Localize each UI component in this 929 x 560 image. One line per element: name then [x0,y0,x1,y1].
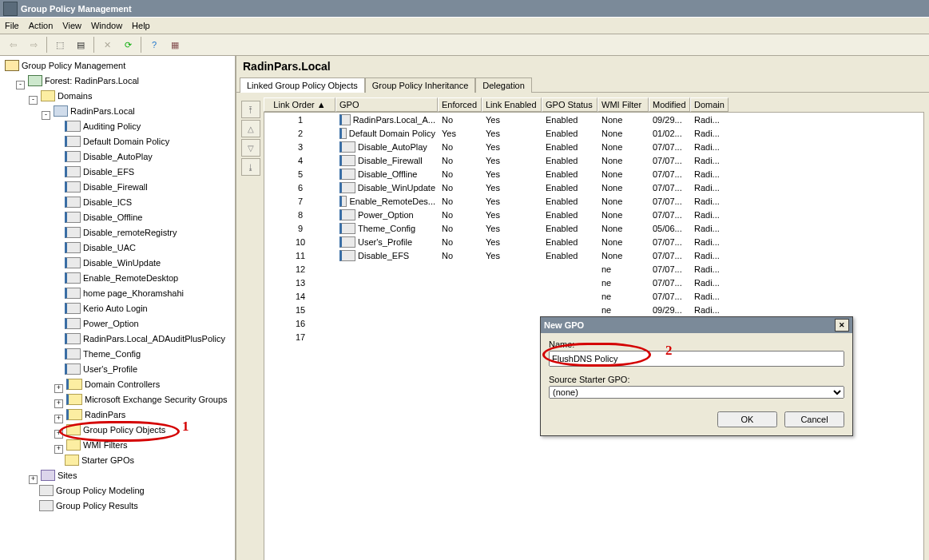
table-row[interactable]: 14ne07/07...Radi... [264,289,923,303]
move-bottom-button[interactable]: ⭳ [241,158,260,176]
tree-gpo-link[interactable]: Disable_WinUpdate [63,256,162,269]
col-domain[interactable]: Domain [690,97,729,112]
refresh-button[interactable]: ⟳ [118,35,137,54]
name-input[interactable] [549,351,844,367]
tab-linked-gpo[interactable]: Linked Group Policy Objects [240,77,365,93]
toggle-ou-exch[interactable]: + [54,399,63,408]
table-row[interactable]: 7Enable_RemoteDes...NoYesEnabledNone07/0… [264,194,923,208]
help-button[interactable]: ? [145,35,164,54]
tree-gpo-link[interactable]: Enable_RemoteDesktop [63,272,180,284]
annotation-2: 2 [665,343,673,359]
tree-gpo-link[interactable]: Power_Option [63,317,141,330]
tree-gpo-link[interactable]: Disable_EFS [63,165,136,178]
move-up-button[interactable]: △ [241,120,260,137]
table-row[interactable]: 1RadinPars.Local_A...NoYesEnabledNone09/… [264,113,923,126]
tree-ou-radinpars[interactable]: RadinPars [65,408,127,421]
table-row[interactable]: 9Theme_ConfigNoYesEnabledNone05/06...Rad… [264,221,923,235]
tab-inheritance[interactable]: Group Policy Inheritance [365,77,475,93]
menu-view[interactable]: View [62,21,81,30]
tree-gpo-link[interactable]: Auditing Policy [63,120,142,133]
tree-starter-gpos[interactable]: Starter GPOs [63,454,136,467]
table-row[interactable]: 4Disable_FirewallNoYesEnabledNone07/07..… [264,153,923,167]
gpo-link-icon [339,250,355,261]
starter-gpo-select[interactable]: (none) [549,386,844,399]
table-row[interactable]: 6Disable_WinUpdateNoYesEnabledNone07/07.… [264,181,923,194]
move-down-button[interactable]: ▽ [241,139,260,157]
table-row[interactable]: 5Disable_OfflineNoYesEnabledNone07/07...… [264,167,923,181]
console-tree[interactable]: Group Policy Management -Forest: RadinPa… [0,56,236,560]
table-row[interactable]: 10User's_ProfileNoYesEnabledNone07/07...… [264,235,923,248]
tree-ou-exchange-security-groups[interactable]: Microsoft Exchange Security Groups [65,393,229,406]
table-row[interactable]: 3Disable_AutoPlayNoYesEnabledNone07/07..… [264,140,923,153]
menu-bar: File Action View Window Help [0,17,929,34]
menu-action[interactable]: Action [29,21,54,30]
tree-gp-results[interactable]: Group Policy Results [38,499,140,512]
tree-gpo-link[interactable]: Theme_Config [63,348,142,360]
tree-gpo-link[interactable]: home page_Khoramshahi [63,287,185,300]
gpo-link-icon [339,196,347,207]
annotation-1: 1 [182,420,189,433]
toggle-wmi[interactable]: + [54,445,63,454]
tree-group-policy-objects[interactable]: Group Policy Objects [65,423,167,436]
toggle-domain[interactable]: - [42,111,50,120]
col-gpo-status[interactable]: GPO Status [542,97,597,112]
forward-button[interactable]: ⇨ [24,35,43,54]
name-label: Name: [549,340,844,349]
col-modified[interactable]: Modified [649,97,690,112]
tree-ou-domain-controllers[interactable]: Domain Controllers [65,378,161,391]
sort-asc-icon: ▲ [317,100,326,109]
tab-delegation[interactable]: Delegation [475,77,532,93]
col-enforced[interactable]: Enforced [438,97,482,112]
table-row[interactable]: 8Power_OptionNoYesEnabledNone07/07...Rad… [264,208,923,221]
dialog-titlebar[interactable]: New GPO ✕ [541,317,852,333]
tree-domain[interactable]: RadinPars.Local [52,105,137,117]
tree-gpo-link[interactable]: Kerio Auto Login [63,302,149,315]
table-row[interactable]: 15ne09/29...Radi... [264,303,923,316]
tree-gpo-link[interactable]: User's_Profile [63,363,139,375]
delete-button[interactable]: ✕ [97,35,117,54]
col-link-order[interactable]: Link Order ▲ [264,97,335,112]
table-row[interactable]: 11Disable_EFSNoYesEnabledNone07/07...Rad… [264,248,923,262]
tree-gpo-link[interactable]: Disable_remoteRegistry [63,226,178,239]
show-hide-button[interactable]: ▤ [71,35,90,54]
menu-window[interactable]: Window [91,21,122,30]
dialog-title: New GPO [544,320,584,330]
toggle-domains[interactable]: - [29,96,38,105]
col-wmi-filter[interactable]: WMI Filter [597,97,649,112]
cancel-button[interactable]: Cancel [784,411,844,427]
tree-gpo-link[interactable]: Disable_AutoPlay [63,150,154,163]
tree-gp-modeling[interactable]: Group Policy Modeling [38,484,146,497]
tree-wmi-filters[interactable]: WMI Filters [65,439,129,451]
tree-root[interactable]: Group Policy Management [3,59,127,72]
tree-forest[interactable]: Forest: RadinPars.Local [26,74,141,87]
menu-help[interactable]: Help [132,21,150,30]
tree-gpo-link[interactable]: Disable_ICS [63,196,133,209]
table-row[interactable]: 13ne07/07...Radi... [264,276,923,289]
up-button[interactable]: ⬚ [50,35,69,54]
window-titlebar: Group Policy Management [0,0,929,17]
tree-gpo-link[interactable]: Default Domain Policy [63,135,171,148]
new-gpo-dialog: New GPO ✕ Name: 2 Source Starter GPO: (n… [540,316,853,436]
col-link-enabled[interactable]: Link Enabled [482,97,542,112]
toggle-ou-radinpars[interactable]: + [54,415,63,423]
tree-gpo-link[interactable]: Disable_Firewall [63,181,149,193]
toggle-sites[interactable]: + [29,475,38,484]
move-top-button[interactable]: ⭱ [241,101,260,118]
tree-domains[interactable]: Domains [39,89,93,102]
tab-strip: Linked Group Policy Objects Group Policy… [236,77,929,93]
dialog-close-button[interactable]: ✕ [835,319,849,332]
export-button[interactable]: ▦ [165,35,185,54]
table-row[interactable]: 12ne07/07...Radi... [264,262,923,276]
ok-button[interactable]: OK [717,411,777,427]
menu-file[interactable]: File [5,21,19,30]
toggle-ou-dc[interactable]: + [54,384,63,393]
toggle-gpo-container[interactable]: + [54,430,63,439]
col-gpo[interactable]: GPO [335,97,438,112]
tree-gpo-link[interactable]: Disable_Offline [63,211,144,224]
toggle-forest[interactable]: - [16,81,25,89]
back-button[interactable]: ⇦ [3,35,22,54]
tree-sites[interactable]: Sites [39,469,78,482]
tree-gpo-link[interactable]: RadinPars.Local_ADAuditPlusPolicy [63,332,227,345]
table-row[interactable]: 2Default Domain PolicyYesYesEnabledNone0… [264,126,923,140]
tree-gpo-link[interactable]: Disable_UAC [63,241,137,254]
